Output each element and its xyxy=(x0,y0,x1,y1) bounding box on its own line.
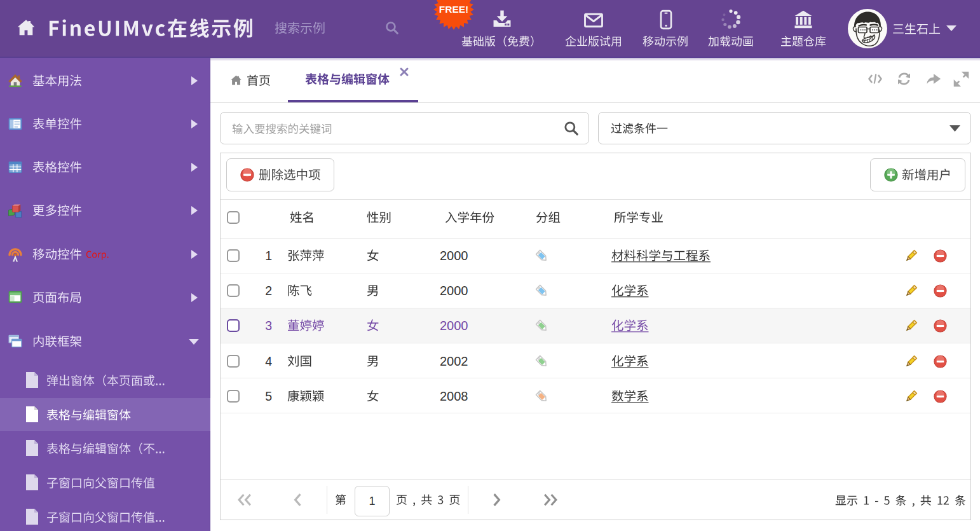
svg-text:FREE!: FREE! xyxy=(439,4,469,15)
